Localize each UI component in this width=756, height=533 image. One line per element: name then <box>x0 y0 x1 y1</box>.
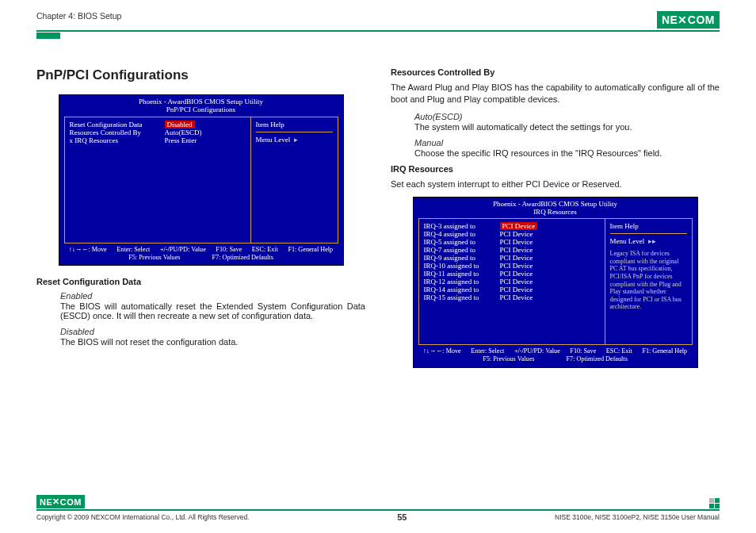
heading-reset-config: Reset Configuration Data <box>36 277 365 286</box>
rcb-intro: The Award Plug and Play BIOS has the cap… <box>391 82 720 105</box>
bios-b-row: IRQ-7 assigned toPCI Device <box>424 246 600 254</box>
page-footer: NE✕COM Copyright © 2009 NEXCOM Internati… <box>36 495 720 522</box>
bios-b-row: IRQ-10 assigned toPCI Device <box>424 262 600 270</box>
bios-a-row: Reset Configuration DataDisabled <box>70 121 246 128</box>
irq-intro: Set each system interrupt to either PCI … <box>391 178 720 190</box>
bios-b-row: IRQ-4 assigned toPCI Device <box>424 230 600 238</box>
document-title: NISE 3100e, NISE 3100eP2, NISE 3150e Use… <box>555 513 720 521</box>
bios-b-row: IRQ-14 assigned toPCI Device <box>424 286 600 293</box>
heading-resources-controlled-by: Resources Controlled By <box>391 67 720 77</box>
copyright-text: Copyright © 2009 NEXCOM International Co… <box>36 513 249 521</box>
logo-x-icon: ✕ <box>678 13 688 26</box>
def-enabled: Enabled The BIOS will automatically rese… <box>36 291 365 320</box>
bios-screenshot-irq: Phoenix - AwardBIOS CMOS Setup Utility I… <box>413 197 698 368</box>
bios-b-row: IRQ-12 assigned toPCI Device <box>424 278 600 286</box>
bios-a-title: Phoenix - AwardBIOS CMOS Setup Utility P… <box>59 95 343 114</box>
heading-irq-resources: IRQ Resources <box>391 164 720 174</box>
bios-screenshot-pnp: Phoenix - AwardBIOS CMOS Setup Utility P… <box>59 94 344 266</box>
bios-b-row: IRQ-3 assigned toPCI Device <box>424 222 600 230</box>
bios-a-help-panel: Item Help Menu Level ▸ <box>250 117 338 243</box>
bios-b-help-panel: Item Help Menu Level ▸▸ Legacy ISA for d… <box>605 219 692 344</box>
menu-level-arrow-icon: ▸ <box>294 136 298 144</box>
brand-logo: NE✕COM <box>657 11 720 29</box>
page-header: Chapter 4: BIOS Setup NE✕COM <box>36 11 720 32</box>
bios-a-footer: ↑↓→←: Move Enter: Select +/-/PU/PD: Valu… <box>59 245 343 266</box>
bios-a-left-panel: Reset Configuration DataDisabled Resourc… <box>65 117 250 243</box>
footer-corner-icon <box>709 498 720 508</box>
bios-b-row: IRQ-15 assigned toPCI Device <box>424 293 600 301</box>
section-title: PnP/PCI Configurations <box>36 67 365 83</box>
bios-b-help-text: Legacy ISA for devices compliant with th… <box>610 250 687 311</box>
bios-a-row: Resources Controlled ByAuto(ESCD) <box>70 128 246 136</box>
bios-b-row: IRQ-11 assigned toPCI Device <box>424 270 600 278</box>
logo-x-icon: ✕ <box>52 497 60 507</box>
menu-level-arrow-icon: ▸▸ <box>648 237 656 245</box>
chapter-title: Chapter 4: BIOS Setup <box>36 11 121 21</box>
bios-b-title: Phoenix - AwardBIOS CMOS Setup Utility I… <box>414 197 697 217</box>
def-manual: Manual Choose the specific IRQ resources… <box>391 138 720 158</box>
content-columns: PnP/PCI Configurations Phoenix - AwardBI… <box>36 63 720 379</box>
bios-b-row: IRQ-9 assigned toPCI Device <box>424 254 600 262</box>
def-disabled: Disabled The BIOS will not reset the con… <box>36 327 365 347</box>
right-column: Resources Controlled By The Award Plug a… <box>391 67 720 379</box>
left-column: PnP/PCI Configurations Phoenix - AwardBI… <box>36 67 365 379</box>
bios-a-row: x IRQ ResourcesPress Enter <box>70 136 246 144</box>
header-accent-block <box>36 33 60 39</box>
bios-b-left-panel: IRQ-3 assigned toPCI Device IRQ-4 assign… <box>419 219 605 344</box>
footer-brand-logo: NE✕COM <box>36 495 85 508</box>
def-auto-escd: Auto(ESCD) The system will automatically… <box>391 112 720 132</box>
bios-b-row: IRQ-5 assigned toPCI Device <box>424 238 600 246</box>
bios-b-footer: ↑↓→←: Move Enter: Select +/-/PU/PD: Valu… <box>414 347 697 367</box>
page-number: 55 <box>397 512 407 522</box>
logo-left: NE✕COM <box>657 11 720 29</box>
